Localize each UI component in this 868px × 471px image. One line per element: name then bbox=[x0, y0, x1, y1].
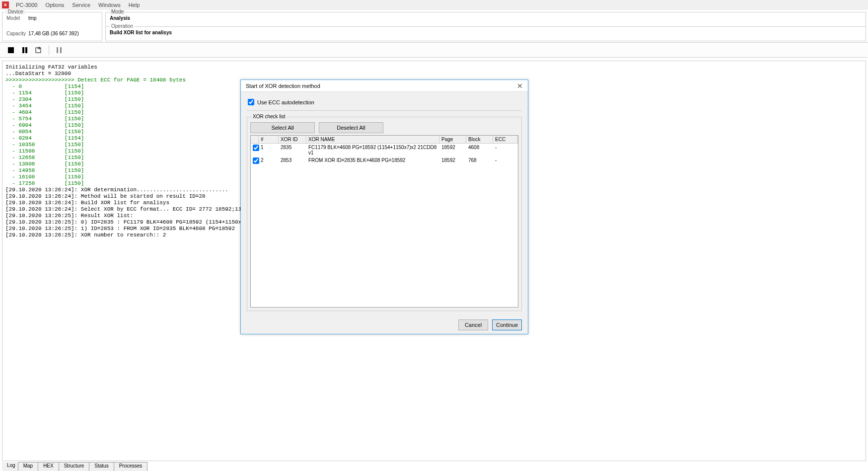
svg-rect-2 bbox=[25, 47, 27, 53]
export-button[interactable] bbox=[33, 44, 45, 56]
operation-value: Build XOR list for analisys bbox=[106, 27, 866, 38]
tab-map[interactable]: Map bbox=[18, 462, 38, 471]
tab-log[interactable]: Log bbox=[2, 462, 18, 471]
log-text-1: Initializing FAT32 variables ...DataStar… bbox=[5, 64, 97, 77]
menu-options[interactable]: Options bbox=[41, 1, 68, 9]
cell-xorid: 2835 bbox=[279, 144, 306, 156]
capacity-value: 17,48 GB (36 667 392) bbox=[28, 31, 79, 36]
th-ecc[interactable]: ECC bbox=[493, 136, 518, 143]
table-header: # XOR ID XOR NAME Page Block ECC bbox=[251, 136, 518, 144]
app-name: PC-3000 bbox=[12, 1, 41, 9]
toolbar bbox=[0, 43, 868, 58]
ecc-autodetect-checkbox[interactable] bbox=[248, 99, 254, 105]
capacity-label: Capacity bbox=[6, 31, 28, 36]
device-panel: Device Model tmp Capacity 17,48 GB (36 6… bbox=[2, 12, 102, 41]
th-block[interactable]: Block bbox=[466, 136, 493, 143]
continue-button[interactable]: Continue bbox=[492, 319, 522, 330]
select-all-button[interactable]: Select All bbox=[250, 122, 315, 133]
model-label: Model bbox=[6, 15, 28, 21]
dialog-footer: Cancel Continue bbox=[241, 316, 528, 334]
toolbar-separator bbox=[49, 45, 49, 55]
operation-title: Operation bbox=[110, 23, 135, 29]
log-text-2: [29.10.2020 13:26:24]: XOR determination… bbox=[5, 187, 281, 238]
cell-num: 2 bbox=[259, 157, 279, 165]
right-panel: Mode Analysis Operation Build XOR list f… bbox=[105, 12, 866, 41]
cell-xorid: 2853 bbox=[279, 157, 306, 165]
mode-value: Analysis bbox=[106, 12, 866, 24]
th-num[interactable]: # bbox=[259, 136, 279, 143]
cell-xorname: FROM XOR ID=2835 BLK=4608 PG=18592 bbox=[306, 157, 439, 165]
tab-processes[interactable]: Processes bbox=[114, 462, 148, 471]
tab-structure[interactable]: Structure bbox=[59, 462, 90, 471]
cell-page: 18592 bbox=[439, 157, 466, 165]
ecc-autodetect-row: Use ECC autodetection bbox=[247, 97, 522, 111]
xor-check-list-title: XOR check list bbox=[251, 114, 287, 119]
cell-num: 1 bbox=[259, 144, 279, 156]
th-xorid[interactable]: XOR ID bbox=[279, 136, 306, 143]
cell-page: 18592 bbox=[439, 144, 466, 156]
info-row: Device Model tmp Capacity 17,48 GB (36 6… bbox=[0, 10, 868, 43]
cell-xorname: FC1179 BLK=4608 PG=18592 (1154+1150x7)x2… bbox=[306, 144, 439, 156]
th-check bbox=[251, 136, 259, 143]
menu-bar: ✕ PC-3000 Options Service Windows Help bbox=[0, 0, 868, 10]
menu-windows[interactable]: Windows bbox=[94, 1, 125, 9]
bottom-tabs: Log Map HEX Structure Status Processes bbox=[2, 462, 147, 471]
ecc-autodetect-label: Use ECC autodetection bbox=[257, 99, 314, 105]
settings-button[interactable] bbox=[53, 44, 65, 56]
dialog-body: Use ECC autodetection XOR check list Sel… bbox=[241, 92, 528, 316]
mode-title: Mode bbox=[110, 9, 125, 14]
svg-rect-3 bbox=[57, 47, 58, 53]
deselect-all-button[interactable]: Deselect All bbox=[319, 122, 383, 133]
cancel-button[interactable]: Cancel bbox=[458, 319, 488, 330]
th-page[interactable]: Page bbox=[439, 136, 466, 143]
pause-button[interactable] bbox=[19, 44, 31, 56]
close-icon[interactable]: ✕ bbox=[515, 81, 525, 91]
svg-rect-0 bbox=[8, 47, 14, 53]
table-row[interactable]: 2 2853 FROM XOR ID=2835 BLK=4608 PG=1859… bbox=[251, 157, 518, 166]
log-text-green: >>>>>>>>>>>>>>>>>>>>> Detect ECC for PAG… bbox=[5, 77, 186, 186]
model-value: tmp bbox=[28, 15, 37, 21]
xor-check-list: XOR check list Select All Deselect All #… bbox=[247, 117, 522, 311]
svg-rect-1 bbox=[22, 47, 24, 53]
xor-dialog: Start of XOR detection method ✕ Use ECC … bbox=[240, 79, 528, 334]
stop-button[interactable] bbox=[5, 44, 17, 56]
svg-rect-4 bbox=[60, 47, 62, 53]
tab-status[interactable]: Status bbox=[89, 462, 114, 471]
cell-ecc: - bbox=[493, 157, 518, 165]
table-row[interactable]: 1 2835 FC1179 BLK=4608 PG=18592 (1154+11… bbox=[251, 144, 518, 157]
device-panel-title: Device bbox=[6, 9, 25, 14]
dialog-titlebar: Start of XOR detection method ✕ bbox=[241, 80, 528, 92]
cell-ecc: - bbox=[493, 144, 518, 156]
cell-block: 4608 bbox=[466, 144, 493, 156]
app-icon: ✕ bbox=[2, 1, 9, 8]
tab-hex[interactable]: HEX bbox=[38, 462, 59, 471]
menu-service[interactable]: Service bbox=[68, 1, 94, 9]
th-xorname[interactable]: XOR NAME bbox=[306, 136, 439, 143]
menu-help[interactable]: Help bbox=[125, 1, 144, 9]
dialog-title-text: Start of XOR detection method bbox=[246, 83, 320, 89]
cell-block: 768 bbox=[466, 157, 493, 165]
xor-table: # XOR ID XOR NAME Page Block ECC 1 2835 … bbox=[250, 135, 518, 308]
